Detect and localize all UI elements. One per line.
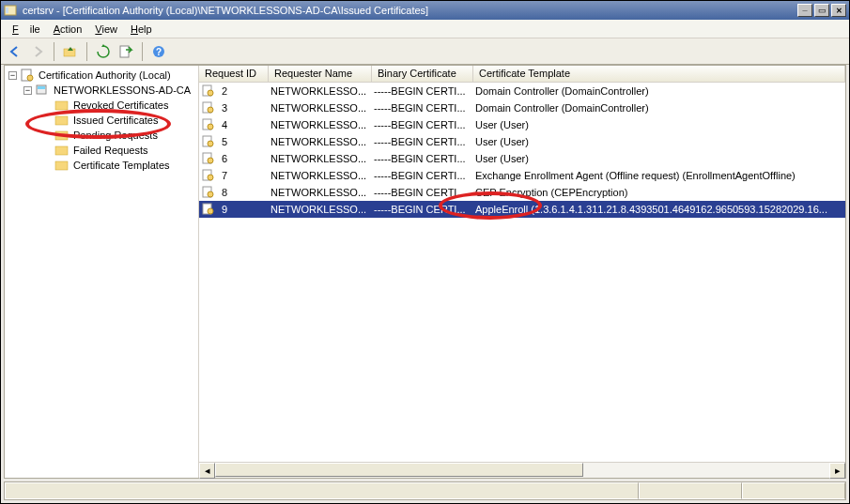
svg-point-26 <box>208 175 213 180</box>
cert-icon <box>201 84 216 98</box>
list-header[interactable]: Request ID Requester Name Binary Certifi… <box>199 66 845 83</box>
cell-id: 8 <box>216 186 265 199</box>
cert-icon <box>201 169 216 182</box>
tree-label: Revoked Certificates <box>71 99 171 111</box>
svg-text:?: ? <box>156 47 162 57</box>
folder-icon <box>54 99 70 112</box>
cert-icon <box>201 186 216 199</box>
scroll-thumb[interactable] <box>215 463 583 477</box>
tree-label: Pending Requests <box>71 130 160 141</box>
tree-failed[interactable]: Failed Requests <box>5 143 198 158</box>
refresh-button[interactable] <box>93 41 114 62</box>
app-icon <box>4 4 19 17</box>
tree-pane[interactable]: − Certification Authority (Local) − NETW… <box>5 66 199 478</box>
cell-requester: NETWORKLESSO... <box>265 135 368 148</box>
status-pane-2 <box>639 482 742 499</box>
table-row[interactable]: 8NETWORKLESSO...-----BEGIN CERTI...CEP E… <box>199 184 845 201</box>
col-binary-cert[interactable]: Binary Certificate <box>372 66 473 82</box>
cell-template: User (User) <box>470 118 845 131</box>
cell-binary: -----BEGIN CERTI... <box>368 101 470 115</box>
cell-requester: NETWORKLESSO... <box>265 186 368 199</box>
table-row[interactable]: 3NETWORKLESSO...-----BEGIN CERTI...Domai… <box>199 99 845 116</box>
tree-label: Issued Certificates <box>71 115 160 126</box>
minimize-button[interactable] <box>797 4 812 17</box>
collapse-icon[interactable]: − <box>8 71 17 80</box>
cell-template: Domain Controller (DomainController) <box>470 101 845 115</box>
back-button[interactable] <box>5 41 25 62</box>
svg-point-7 <box>27 75 33 81</box>
svg-point-18 <box>208 107 213 113</box>
cell-binary: -----BEGIN CERTI... <box>368 186 470 199</box>
cell-requester: NETWORKLESSO... <box>265 203 368 216</box>
cert-icon <box>201 135 216 148</box>
titlebar[interactable]: certsrv - [Certification Authority (Loca… <box>1 1 849 20</box>
up-button[interactable] <box>60 41 81 62</box>
table-row[interactable]: 9NETWORKLESSO...-----BEGIN CERTI...Apple… <box>199 201 845 218</box>
cell-binary: -----BEGIN CERTI... <box>368 118 470 131</box>
col-requester-name[interactable]: Requester Name <box>269 66 372 82</box>
forward-button[interactable] <box>27 41 48 62</box>
cell-id: 7 <box>216 169 265 182</box>
cert-authority-icon <box>20 69 35 82</box>
folder-icon <box>54 114 70 127</box>
scroll-right-button[interactable]: ▸ <box>829 463 845 479</box>
client-area: − Certification Authority (Local) − NETW… <box>4 65 846 479</box>
menu-file[interactable]: File <box>7 22 46 37</box>
tree-revoked[interactable]: Revoked Certificates <box>5 98 198 113</box>
svg-point-30 <box>208 208 213 214</box>
cell-id: 5 <box>216 135 265 148</box>
server-icon <box>35 84 50 97</box>
cert-icon <box>201 203 216 216</box>
cell-template: CEP Encryption (CEPEncryption) <box>470 186 845 199</box>
svg-rect-3 <box>120 46 129 57</box>
svg-point-28 <box>208 191 213 197</box>
collapse-icon[interactable]: − <box>23 86 32 95</box>
cell-requester: NETWORKLESSO... <box>265 118 368 131</box>
table-row[interactable]: 4NETWORKLESSO...-----BEGIN CERTI...User … <box>199 116 845 133</box>
cell-requester: NETWORKLESSO... <box>265 101 368 115</box>
table-row[interactable]: 7NETWORKLESSO...-----BEGIN CERTI...Excha… <box>199 167 845 184</box>
svg-point-16 <box>208 90 213 96</box>
cell-requester: NETWORKLESSO... <box>265 152 368 165</box>
toolbar-separator-2 <box>86 42 87 61</box>
svg-point-24 <box>208 158 213 163</box>
menu-view[interactable]: View <box>89 22 123 37</box>
cert-icon <box>201 152 216 165</box>
tree-label: Failed Requests <box>71 145 150 156</box>
help-button[interactable]: ? <box>148 41 169 62</box>
col-request-id[interactable]: Request ID <box>199 66 269 82</box>
tree-label: NETWORKLESSONS-AD-CA <box>52 84 193 96</box>
tree-ca[interactable]: − NETWORKLESSONS-AD-CA <box>5 83 198 98</box>
cell-requester: NETWORKLESSO... <box>265 169 368 182</box>
window-title: certsrv - [Certification Authority (Loca… <box>23 5 796 16</box>
cell-template: AppleEnroll (1.3.6.1.4.1.311.21.8.439350… <box>470 203 845 216</box>
svg-point-20 <box>208 124 213 130</box>
cell-template: User (User) <box>470 135 845 148</box>
tree-label: Certificate Templates <box>71 160 172 171</box>
export-button[interactable] <box>116 41 136 62</box>
cell-id: 9 <box>216 203 265 216</box>
table-row[interactable]: 5NETWORKLESSO...-----BEGIN CERTI...User … <box>199 133 845 150</box>
menu-help[interactable]: Help <box>125 22 158 37</box>
table-row[interactable]: 6NETWORKLESSO...-----BEGIN CERTI...User … <box>199 150 845 167</box>
cell-template: User (User) <box>470 152 845 165</box>
scroll-track[interactable] <box>215 463 829 478</box>
tree-pending[interactable]: Pending Requests <box>5 128 198 143</box>
horizontal-scrollbar[interactable]: ◂ ▸ <box>199 462 845 478</box>
tree-issued[interactable]: Issued Certificates <box>5 113 198 128</box>
cell-template: Exchange Enrollment Agent (Offline reque… <box>470 169 845 182</box>
col-cert-template[interactable]: Certificate Template <box>473 66 845 82</box>
table-row[interactable]: 2NETWORKLESSO...-----BEGIN CERTI...Domai… <box>199 83 845 99</box>
cell-binary: -----BEGIN CERTI... <box>368 169 470 182</box>
svg-rect-12 <box>55 131 68 140</box>
svg-rect-10 <box>55 101 68 110</box>
list-body[interactable]: 2NETWORKLESSO...-----BEGIN CERTI...Domai… <box>199 83 845 462</box>
status-pane-1 <box>5 482 639 499</box>
cell-id: 3 <box>216 101 265 115</box>
close-button[interactable] <box>831 4 846 17</box>
tree-templates[interactable]: Certificate Templates <box>5 158 198 173</box>
scroll-left-button[interactable]: ◂ <box>199 463 215 479</box>
menu-action[interactable]: Action <box>48 22 88 37</box>
maximize-button[interactable] <box>814 4 829 17</box>
tree-root[interactable]: − Certification Authority (Local) <box>5 68 198 83</box>
